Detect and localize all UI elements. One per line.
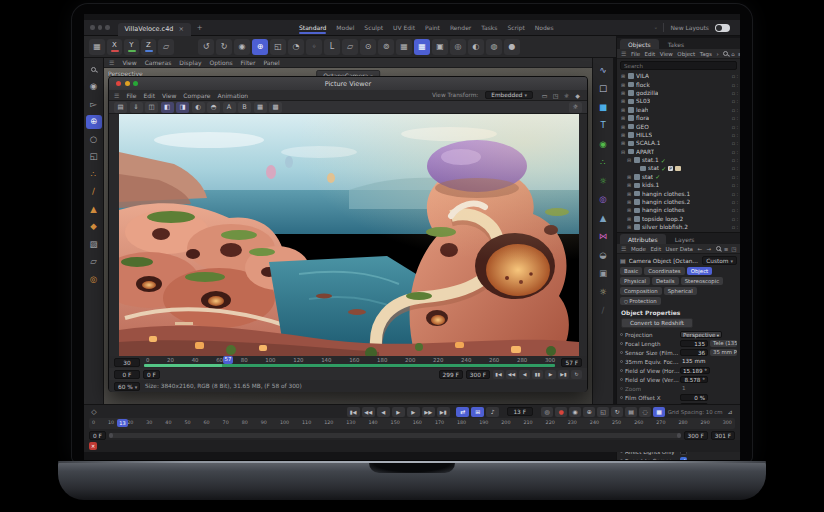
objects-menu-item[interactable]: View xyxy=(660,51,673,57)
step-forward-button[interactable]: ▶ xyxy=(407,407,420,417)
keyframe-icon[interactable]: ◇ xyxy=(89,408,99,416)
move-tool-icon[interactable]: ⊕ xyxy=(252,39,268,55)
attribute-unit-dropdown[interactable]: Tele (135 mm) xyxy=(710,340,737,347)
layout-tab[interactable]: Nodes xyxy=(535,22,554,33)
visibility-dots[interactable]: ▫∶ xyxy=(732,199,738,205)
expander-icon[interactable]: ⊞ xyxy=(620,90,626,96)
move-tool-icon[interactable]: ⊕ xyxy=(86,115,102,129)
minimize-icon[interactable] xyxy=(125,81,130,86)
attribute-tab-chip[interactable]: Protection xyxy=(620,297,661,305)
open-folder-icon[interactable]: ▤ xyxy=(114,102,127,113)
scale-tool-icon[interactable]: ◱ xyxy=(86,150,102,164)
object-row[interactable]: ⊞ stat ✓ P ▫∶ xyxy=(617,173,740,181)
deformer-icon[interactable]: ◎ xyxy=(595,193,611,207)
visibility-dots[interactable]: ▫∶ xyxy=(732,224,738,230)
record-button[interactable]: ● xyxy=(555,407,567,417)
attribute-value[interactable]: 135 mm xyxy=(680,358,707,365)
window-controls[interactable] xyxy=(90,25,110,30)
objects-menu-item[interactable]: Tags xyxy=(700,51,712,57)
pv-fps-field[interactable]: 30 xyxy=(114,358,140,367)
pv-start-field[interactable]: 0 F xyxy=(114,370,140,379)
fullscreen-icon[interactable]: ◳ xyxy=(551,91,560,100)
attribute-tab-chip[interactable]: Coordinates xyxy=(644,267,684,275)
scale-tool-icon[interactable]: ◱ xyxy=(270,39,286,55)
keep-frame-button[interactable]: ⊞ xyxy=(471,407,484,417)
object-row[interactable]: ⊞ HILLS ✓ P ▫∶ xyxy=(617,131,740,139)
objects-menu-item[interactable]: Edit xyxy=(645,51,656,57)
visibility-dots[interactable]: ▫∶ xyxy=(732,149,738,155)
enabled-check-icon[interactable]: ✓ xyxy=(661,157,666,164)
layout-tab[interactable]: Standard xyxy=(299,22,326,33)
object-row[interactable]: ⊟ APART ✓ P ▫∶ xyxy=(617,148,740,156)
visibility-dots[interactable]: ▫∶ xyxy=(732,98,738,104)
fcurve-icon[interactable]: ⊿ xyxy=(725,408,735,415)
expander-icon[interactable]: ⊞ xyxy=(620,73,626,79)
attribute-value[interactable]: 1 xyxy=(680,385,688,392)
pv-current-frame-field[interactable]: 57 F xyxy=(561,358,582,367)
edges-mode-icon[interactable]: ∕ xyxy=(86,185,102,199)
expander-icon[interactable]: ⊞ xyxy=(626,224,632,230)
grid-icon[interactable]: ▦ xyxy=(254,102,267,113)
object-row[interactable]: ⊞ hangin clothes ✓ P ▫∶ xyxy=(617,206,740,214)
redo-icon[interactable]: ↻ xyxy=(216,39,232,55)
layout-tab[interactable]: UV Edit xyxy=(393,22,415,33)
skip-start-button[interactable]: ▮◀ xyxy=(493,370,504,379)
pv-menu-item[interactable]: View xyxy=(162,92,176,99)
skip-end-button[interactable]: ▶▮ xyxy=(437,407,450,417)
workplane-mode-icon[interactable]: ▱ xyxy=(86,255,102,269)
object-row[interactable]: ⊞ SCALA.1 ✓ P ▫∶ xyxy=(617,139,740,147)
joint-icon[interactable]: ⋈ xyxy=(595,230,611,244)
landscape-icon[interactable]: ▲ xyxy=(595,211,611,225)
compare-a-button[interactable]: A xyxy=(223,102,236,113)
range-end-field[interactable]: 300 F xyxy=(684,431,708,440)
light-icon[interactable]: ☼ xyxy=(595,285,611,299)
pv-ruler-track[interactable]: 0204060801001201401601802002202402602803… xyxy=(144,356,557,368)
attribute-value[interactable]: 15.189 ° xyxy=(680,367,710,374)
object-row[interactable]: ⊞ godzilla ✓ P ▫∶ xyxy=(617,89,740,97)
document-tab[interactable]: VillaVeloce.c4d × xyxy=(118,23,191,36)
save-icon[interactable]: ▦ xyxy=(89,39,105,55)
pv-playhead[interactable]: 57 xyxy=(223,356,234,364)
play-button[interactable]: ▶ xyxy=(545,370,556,379)
rotate-tool-icon[interactable]: ◔ xyxy=(288,39,304,55)
autokey-ring-icon[interactable]: ◉ xyxy=(569,407,581,417)
texture-tag[interactable] xyxy=(675,166,681,171)
expander-icon[interactable]: ⊞ xyxy=(620,115,626,121)
object-row[interactable]: ⊞ silver blobfish.2 ✓ P ▫∶ xyxy=(617,223,740,231)
enabled-check-icon[interactable]: ✓ xyxy=(661,165,666,172)
rectangle-spline-icon[interactable]: □ xyxy=(595,82,611,96)
prev-frame-button[interactable]: ◀◀ xyxy=(506,370,517,379)
layout-tab[interactable]: Sculpt xyxy=(364,22,383,33)
layout-tab[interactable]: Script xyxy=(507,22,524,33)
pause-button[interactable]: ▮▮ xyxy=(532,370,543,379)
axis-lock-button[interactable]: Y xyxy=(124,39,139,55)
array-generator-icon[interactable]: ∴ xyxy=(595,156,611,170)
object-axis-icon[interactable]: ⊚ xyxy=(378,39,394,55)
expander-icon[interactable]: ⊞ xyxy=(626,207,632,213)
visibility-dots[interactable]: ▫∶ xyxy=(732,132,738,138)
floor-icon[interactable]: ◒ xyxy=(595,248,611,262)
search-icon[interactable] xyxy=(716,245,721,252)
live-selection-icon[interactable]: ◉ xyxy=(234,39,250,55)
histogram-icon[interactable]: ◫ xyxy=(145,102,158,113)
lock-icon[interactable]: ◦ xyxy=(654,24,658,31)
popout-icon[interactable]: ◳ xyxy=(731,246,736,252)
select-tool-icon[interactable]: ▻ xyxy=(86,97,102,111)
attribute-value[interactable]: 36 xyxy=(680,349,708,356)
snap-icon[interactable]: ▦ xyxy=(396,39,412,55)
expander-icon[interactable]: ⊞ xyxy=(626,216,632,222)
object-row[interactable]: ⊞ VILA ✓ P ▫∶ xyxy=(617,72,740,80)
layout-tab[interactable]: Paint xyxy=(425,22,440,33)
close-icon[interactable] xyxy=(116,81,121,86)
viewport-menu-item[interactable]: Display xyxy=(179,59,201,66)
actual-size-icon[interactable]: ◨ xyxy=(176,102,189,113)
step-back-button[interactable]: ◀ xyxy=(519,370,530,379)
hamburger-icon[interactable]: ☰ xyxy=(621,245,626,252)
render-view-icon[interactable]: ▣ xyxy=(432,39,448,55)
record-parameter-icon[interactable]: ▤ xyxy=(625,407,637,417)
object-row[interactable]: ⊞ hangin clothes.2 ✓ P ▫∶ xyxy=(617,198,740,206)
play-button[interactable]: ▶ xyxy=(392,407,405,417)
workplane-icon[interactable]: ▱ xyxy=(342,39,358,55)
layout-tab[interactable]: Render xyxy=(450,22,471,33)
live-selection-tool-icon[interactable]: ◉ xyxy=(86,80,102,94)
